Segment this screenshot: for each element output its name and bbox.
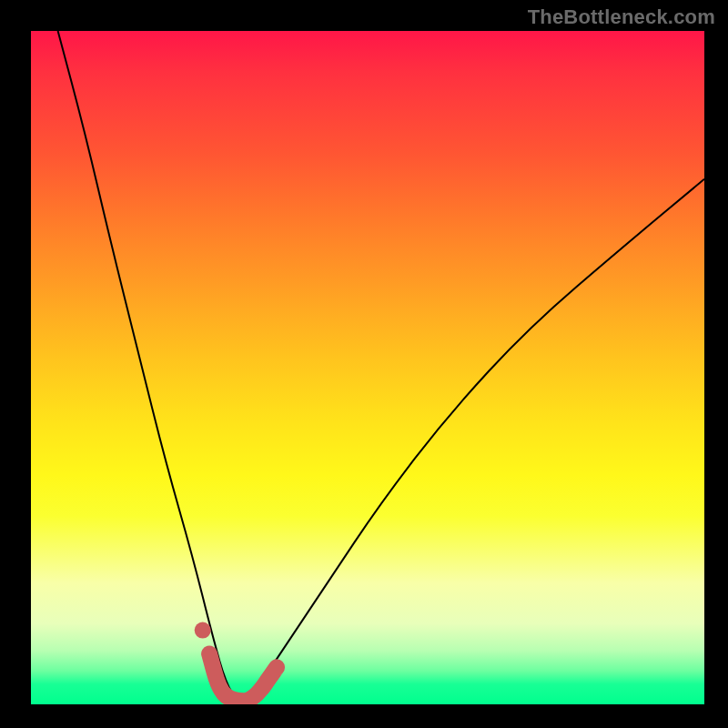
- chart-frame: TheBottleneck.com: [0, 0, 728, 728]
- plot-area: [31, 31, 704, 704]
- curve-left-branch: [58, 31, 240, 704]
- curve-right-branch: [239, 179, 704, 704]
- accent-u-highlight: [209, 654, 277, 702]
- curve-layer: [31, 31, 704, 704]
- watermark-text: TheBottleneck.com: [528, 5, 715, 29]
- accent-dot: [195, 622, 211, 639]
